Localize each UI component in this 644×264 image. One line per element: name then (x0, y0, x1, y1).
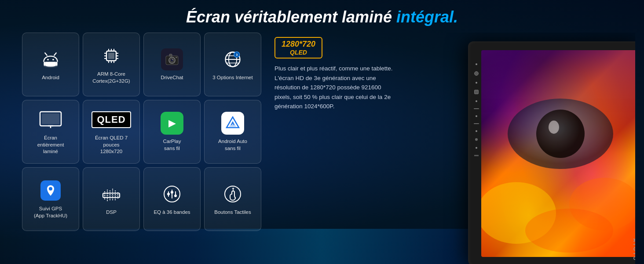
resolution-text: 1280*720 (282, 40, 315, 49)
vol-minus (474, 123, 479, 124)
svg-text:3: 3 (236, 53, 238, 57)
eq-icon (162, 183, 182, 205)
rst-label (474, 155, 479, 156)
svg-rect-26 (176, 57, 177, 58)
mic-dot (475, 138, 478, 141)
globe-icon: 3 (223, 48, 242, 71)
resolution-badge: 1280*720 QLED (274, 37, 322, 59)
feature-eq: EQ à 36 bandes (143, 167, 201, 231)
svg-line-2 (45, 53, 47, 55)
eq-label: EQ à 36 bandes (154, 209, 190, 216)
carplay-label: CarPlaysans fil (163, 138, 181, 152)
qled-badge-icon: QLED (91, 108, 131, 131)
screen-label: Écranentièrementlaminé (37, 135, 64, 155)
vol-plus (474, 108, 479, 109)
internet-label: 3 Options Internet (212, 74, 252, 81)
gps-icon (40, 179, 61, 202)
body-row: Android (0, 33, 644, 264)
title-blue-part: intégral. (396, 8, 458, 26)
feature-android-auto: Android Autosans fil (204, 100, 261, 164)
screen-frame-icon (39, 108, 62, 131)
camera-icon (161, 48, 183, 71)
feature-carplay: CarPlaysans fil (143, 100, 201, 164)
feature-touch: Boutons Tactiles (204, 167, 261, 231)
svg-rect-25 (169, 54, 172, 56)
dsp-label: DSP (106, 209, 117, 216)
ctrl-dot-6 (476, 147, 477, 149)
carplay-icon (161, 112, 183, 135)
gps-label: Suivi GPS(App TrackHU) (34, 205, 67, 219)
info-description: Plus clair et plus réactif, comme une ta… (274, 64, 398, 111)
svg-point-1 (52, 59, 54, 60)
feature-dsp: DSP (83, 167, 140, 231)
touch-icon (223, 183, 242, 205)
android-auto-label: Android Autosans fil (218, 138, 247, 152)
dsp-icon (101, 183, 121, 205)
title-white-part: Écran véritablement laminé (186, 8, 392, 26)
feature-gps: Suivi GPS(App TrackHU) (22, 167, 79, 231)
atoto-brand: ATOTO (633, 238, 635, 261)
svg-point-49 (167, 193, 170, 195)
page-title: Écran véritablement laminé intégral. (0, 0, 644, 33)
feature-android: Android (22, 33, 79, 96)
device-mockup: ATOTO (459, 33, 635, 264)
chip-icon (101, 44, 121, 67)
device-outer: ATOTO (468, 41, 635, 264)
device-screen (481, 50, 635, 257)
svg-point-0 (47, 59, 49, 60)
feature-arm: ARM 8-CoreCortex(2G+32G) (83, 33, 140, 96)
resolution-qled: QLED (282, 49, 315, 56)
svg-rect-7 (108, 53, 114, 59)
qled-text: QLED (91, 111, 131, 128)
svg-point-51 (171, 191, 173, 194)
ctrl-dot-5 (476, 130, 477, 132)
arm-label: ARM 8-CoreCortex(2G+32G) (92, 71, 130, 84)
svg-point-60 (549, 121, 559, 134)
ctrl-dot-3 (476, 100, 477, 102)
feature-grid: Android (9, 33, 261, 231)
qled-label: Écran QLED 7pouces1280x720 (95, 135, 128, 155)
ctrl-dot-1 (476, 63, 477, 65)
android-label: Android (42, 74, 59, 81)
feature-qled: QLED Écran QLED 7pouces1280x720 (83, 100, 140, 164)
power-button (474, 71, 479, 76)
svg-point-24 (172, 59, 173, 60)
side-controls (472, 59, 480, 248)
touch-label: Boutons Tactiles (214, 209, 251, 216)
device-area: ATOTO (406, 33, 635, 264)
ctrl-dot-2 (476, 82, 477, 84)
feature-internet: 3 3 Options Internet (204, 33, 261, 96)
info-panel: 1280*720 QLED Plus clair et plus réactif… (261, 33, 406, 111)
android-icon (41, 48, 60, 71)
feature-screen: Écranentièrementlaminé (22, 100, 79, 164)
ctrl-dot-4 (476, 115, 477, 117)
svg-point-38 (49, 187, 52, 191)
svg-rect-35 (42, 114, 59, 124)
svg-point-53 (174, 194, 177, 197)
svg-point-63 (525, 209, 613, 253)
android-auto-icon (221, 112, 244, 135)
svg-line-3 (54, 53, 56, 55)
windows-btn (474, 90, 479, 94)
svg-rect-46 (102, 194, 121, 197)
drivechat-label: DriveChat (161, 74, 183, 81)
feature-drivechat: DriveChat (143, 33, 201, 96)
svg-point-59 (536, 110, 585, 158)
page-wrapper: Écran véritablement laminé intégral. (0, 0, 644, 264)
